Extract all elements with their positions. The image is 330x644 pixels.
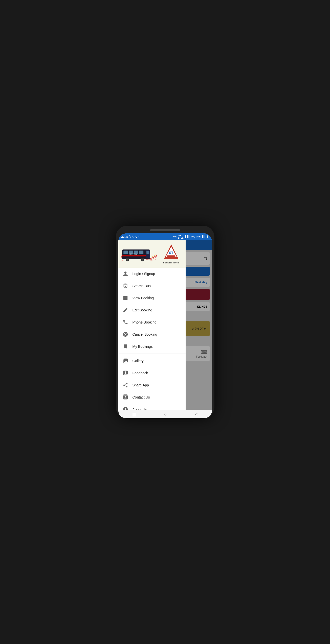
phone-shell: 20:37 ╲ 🛡 G • Vol) 4GLTE1↕ ▌▌▌ Vol) LTE2… <box>116 226 214 418</box>
svg-point-11 <box>142 259 143 261</box>
svg-point-9 <box>126 259 128 261</box>
cancel-icon <box>122 331 128 337</box>
menu-item-contact-us[interactable]: Contact Us <box>118 391 186 403</box>
lte1-label: 4GLTE1↕ <box>178 234 185 239</box>
menu-item-my-bookings[interactable]: My Bookings <box>118 340 186 353</box>
share-app-label: Share App <box>133 383 149 387</box>
bottom-nav-menu[interactable]: ||| <box>128 411 140 418</box>
share-icon <box>122 382 128 388</box>
bottom-nav-back[interactable]: < <box>191 411 202 418</box>
screen-content: Bus Hire ⇅ Next day S ELINES <box>118 240 212 410</box>
feedback-label: Feedback <box>133 371 148 375</box>
contact-icon <box>122 394 128 400</box>
svg-rect-4 <box>139 251 143 254</box>
menu-item-share-app[interactable]: Share App <box>118 379 186 391</box>
volte2-label: Vol) <box>191 235 195 238</box>
svg-rect-7 <box>146 251 149 254</box>
dot-icon: • <box>138 235 139 238</box>
info-icon <box>122 406 128 410</box>
menu-item-login[interactable]: Login / Signup <box>118 268 186 280</box>
phone-screen: 20:37 ╲ 🛡 G • Vol) 4GLTE1↕ ▌▌▌ Vol) LTE2… <box>118 233 212 418</box>
status-right: Vol) 4GLTE1↕ ▌▌▌ Vol) LTE2 ▌▌ 🔋 <box>173 234 209 239</box>
gallery-icon <box>122 358 128 364</box>
feedback-icon <box>122 370 128 376</box>
gallery-label: Gallery <box>133 359 144 363</box>
view-booking-label: View Booking <box>133 296 154 300</box>
time-display: 20:37 <box>121 235 128 238</box>
status-left: 20:37 ╲ 🛡 G • <box>121 235 140 238</box>
edit-icon <box>122 307 128 313</box>
svg-text:MAHARAJ: MAHARAJ <box>129 253 137 255</box>
g-icon: G <box>136 235 138 238</box>
menu-item-phone-booking[interactable]: Phone Booking <box>118 316 186 328</box>
signal1-icon: ▌▌▌ <box>185 235 190 238</box>
svg-point-17 <box>168 258 169 259</box>
battery-icon: 🔋 <box>206 235 209 238</box>
status-bar: 20:37 ╲ 🛡 G • Vol) 4GLTE1↕ ▌▌▌ Vol) LTE2… <box>118 233 212 240</box>
menu-item-edit-booking[interactable]: Edit Booking <box>118 304 186 316</box>
nav-drawer: MAHARAJ ST <box>118 240 186 410</box>
svg-text:ST: ST <box>169 251 173 255</box>
bottom-nav: ||| ○ < <box>118 410 212 418</box>
login-label: Login / Signup <box>133 272 155 276</box>
st-logo-area: ST Shatabdi Travels <box>159 244 183 264</box>
signal-icon: ╲ <box>129 235 131 238</box>
edit-booking-label: Edit Booking <box>133 308 152 312</box>
menu-item-view-booking[interactable]: View Booking <box>118 292 186 304</box>
brand-name: Shatabdi Travels <box>163 262 179 264</box>
svg-rect-16 <box>167 255 175 258</box>
drawer-logo-area: MAHARAJ ST <box>118 240 186 268</box>
menu-divider <box>118 354 186 354</box>
phone-booking-label: Phone Booking <box>133 320 157 324</box>
search-bus-label: Search Bus <box>133 284 151 288</box>
drawer-menu: Login / Signup Search Bus <box>118 268 186 410</box>
drawer-header: MAHARAJ ST <box>118 240 186 268</box>
cancel-booking-label: Cancel Booking <box>133 332 157 336</box>
bottom-nav-home[interactable]: ○ <box>160 411 171 418</box>
menu-item-search-bus[interactable]: Search Bus <box>118 280 186 292</box>
st-triangle-logo: ST <box>164 244 179 261</box>
bus-area: MAHARAJ <box>121 242 157 265</box>
menu-item-cancel-booking[interactable]: Cancel Booking <box>118 328 186 340</box>
volte1-label: Vol) <box>173 235 177 238</box>
phone-icon <box>122 319 128 325</box>
svg-point-18 <box>172 258 174 259</box>
lte2-label: LTE2 <box>196 235 201 238</box>
about-us-label: About Us <box>133 407 147 410</box>
star-bookmark-icon <box>122 343 128 350</box>
menu-item-gallery[interactable]: Gallery <box>118 355 186 367</box>
menu-item-about-us[interactable]: About Us <box>118 403 186 410</box>
phone-notch <box>150 229 180 231</box>
contact-us-label: Contact Us <box>133 395 150 399</box>
bus-icon <box>122 283 128 289</box>
person-icon <box>122 271 128 277</box>
my-bookings-label: My Bookings <box>133 344 153 349</box>
svg-rect-1 <box>123 251 128 254</box>
menu-item-feedback[interactable]: Feedback <box>118 367 186 379</box>
bus-silhouette: MAHARAJ <box>121 245 153 263</box>
signal2-icon: ▌▌ <box>202 235 205 238</box>
receipt-icon <box>122 295 128 301</box>
shield-icon: 🛡 <box>132 235 135 238</box>
